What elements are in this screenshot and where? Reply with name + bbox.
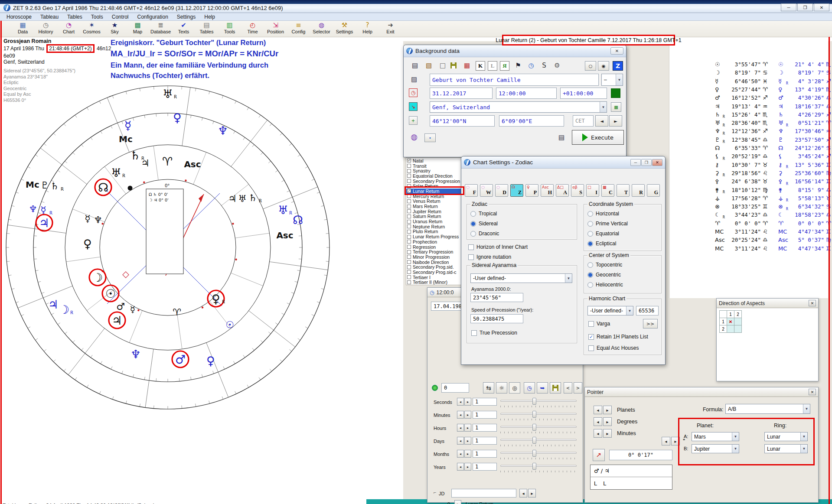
- menu-item-tables[interactable]: Tables: [63, 13, 86, 20]
- menu-item-configuration[interactable]: Configuration: [133, 13, 172, 20]
- settings-tab-i[interactable]: □I: [586, 184, 599, 197]
- horizon-checkbox[interactable]: Horizon of Inner Chart: [468, 244, 528, 250]
- footer-spinner-icon[interactable]: ▸: [454, 500, 461, 504]
- settings-tab-c[interactable]: ▦C: [601, 184, 614, 197]
- stepper-slider[interactable]: [500, 424, 577, 432]
- aspect-grid-cell[interactable]: 1: [727, 311, 734, 318]
- retain-1h-checkbox[interactable]: ✓Retain 1H Planets List: [588, 334, 648, 340]
- gear-icon[interactable]: ⚙: [552, 61, 562, 70]
- chart-type-neptune-return[interactable]: Neptune Return: [406, 224, 463, 229]
- clock-mode-icon[interactable]: ◷: [526, 61, 536, 70]
- ayanamsa-combo[interactable]: -User defined-▼: [470, 273, 572, 283]
- stepper-down-icon[interactable]: ◂: [457, 424, 464, 432]
- chart-type-synastry[interactable]: Synastry: [406, 168, 463, 173]
- jd-forward-icon[interactable]: ▸: [528, 489, 536, 497]
- checkbox-icon[interactable]: [407, 240, 411, 244]
- pointer-titlebar[interactable]: Pointer ✕: [585, 387, 818, 397]
- minimize-button[interactable]: ─: [781, 3, 796, 11]
- stepper-value-field[interactable]: 1: [473, 411, 497, 419]
- chart-type-tertiaer-i[interactable]: Tertiaer I: [406, 275, 463, 280]
- chart-type-tertiaer-ii-minor-[interactable]: Tertiaer II (Minor): [406, 280, 463, 285]
- aspect-grid-cell[interactable]: [720, 311, 727, 318]
- background-data-titlebar[interactable]: Background data ✕: [404, 45, 626, 57]
- radio-prime-vertical[interactable]: Prime Vertical: [587, 221, 628, 227]
- radio-ecliptical[interactable]: Ecliptical: [587, 241, 616, 247]
- stepper-down-icon[interactable]: ◂: [457, 411, 464, 419]
- flag-icon[interactable]: ⚑: [513, 61, 523, 70]
- radio-geocentric[interactable]: Geocentric: [587, 272, 621, 278]
- timezone-field[interactable]: CET: [573, 115, 594, 127]
- time-field[interactable]: 12:00:00: [496, 88, 557, 99]
- dialog-close-icon[interactable]: ✕: [652, 159, 662, 166]
- aspect-grid-cell[interactable]: [734, 325, 742, 333]
- checkbox-icon[interactable]: [407, 230, 411, 234]
- chart-type-saturn-return[interactable]: Saturn Return: [406, 214, 463, 219]
- checkbox-icon[interactable]: [407, 174, 411, 178]
- radio-tropical[interactable]: Tropical: [470, 211, 497, 217]
- stepper-value-field[interactable]: 1: [473, 437, 497, 445]
- ring-b-combo[interactable]: Lunar▼: [764, 444, 808, 453]
- toolbar-button-time[interactable]: ◴Time: [241, 21, 264, 37]
- dialog-maximize-icon[interactable]: ❐: [641, 159, 652, 166]
- stepper-slider[interactable]: [500, 450, 577, 458]
- pointer-degrees-next-icon[interactable]: ▸: [603, 417, 612, 426]
- radio-sidereal[interactable]: Sidereal: [470, 221, 498, 227]
- radio-filled-icon[interactable]: ◉: [598, 61, 609, 71]
- checkbox-icon[interactable]: [407, 209, 411, 213]
- stepper-down-icon[interactable]: ◂: [457, 437, 464, 445]
- copy-data-icon[interactable]: ▤: [556, 133, 567, 142]
- longitude-field[interactable]: 6°09'00"E: [499, 115, 564, 127]
- checkbox-icon[interactable]: [407, 179, 411, 183]
- toolbar-button-texts[interactable]: ✔Texts: [172, 21, 195, 37]
- chart-settings-titlebar[interactable]: Chart Settings - Zodiac ─ ❐ ✕: [461, 156, 665, 169]
- toolbar-button-history[interactable]: ◷History: [34, 21, 57, 37]
- chart-type-tertiary-progression[interactable]: Tertiary Progression: [406, 249, 463, 254]
- utc-offset-field[interactable]: +01:00:00: [560, 88, 607, 99]
- checkbox-icon[interactable]: [407, 275, 411, 279]
- settings-tab-d[interactable]: ◌D: [495, 184, 508, 197]
- toolbar-button-sky[interactable]: ★Sky: [103, 21, 126, 37]
- checkbox-icon[interactable]: [407, 169, 411, 173]
- radio-empty-icon[interactable]: ○: [585, 61, 596, 71]
- menu-item-control[interactable]: Control: [108, 13, 133, 20]
- formula-combo[interactable]: A/B▼: [725, 404, 810, 414]
- latitude-field[interactable]: 46°12'00"N: [430, 115, 495, 127]
- checkbox-icon[interactable]: [407, 220, 411, 224]
- aspect-grid-cell[interactable]: ✕: [727, 318, 734, 325]
- stepper-down-icon[interactable]: ◂: [457, 450, 464, 458]
- chart-type-equatorial-direction[interactable]: Equatorial Direction: [406, 173, 463, 179]
- stepper-up-icon[interactable]: ▸: [464, 437, 471, 445]
- date-field[interactable]: 31.12.2017: [430, 88, 493, 99]
- settings-tab-f[interactable]: ◌F: [465, 184, 478, 197]
- toolbar-button-database[interactable]: ≣Database: [149, 21, 172, 37]
- toolbar-button-position[interactable]: ⇲Position: [264, 21, 287, 37]
- step-back-icon[interactable]: <: [564, 382, 572, 393]
- checkbox-icon[interactable]: [407, 245, 411, 249]
- speed-value-field[interactable]: 50.2388475: [470, 314, 523, 323]
- settings-tab-w[interactable]: ◌W: [480, 184, 493, 197]
- settings-tab-h[interactable]: AscH: [541, 184, 554, 197]
- radio-horizontal[interactable]: Horizontal: [587, 211, 619, 217]
- stepper-value-field[interactable]: 1: [473, 424, 497, 432]
- stepper-slider[interactable]: [500, 437, 577, 445]
- chart-type-secondary-progression[interactable]: Secondary Progression: [406, 179, 463, 184]
- execute-button[interactable]: Execute: [572, 130, 624, 145]
- menu-item-tools[interactable]: Tools: [87, 13, 107, 20]
- menu-item-help[interactable]: Help: [200, 13, 219, 20]
- cyrillic-ya-icon[interactable]: Я: [500, 61, 509, 71]
- paste-icon[interactable]: ▧: [424, 61, 434, 70]
- pointer-close-icon[interactable]: ✕: [809, 389, 816, 395]
- varga-checkbox[interactable]: Varga: [588, 321, 610, 327]
- prev-arrow-icon[interactable]: ◄: [595, 115, 608, 127]
- stepper-up-icon[interactable]: ▸: [464, 450, 471, 458]
- checkbox-icon[interactable]: [407, 205, 411, 208]
- chart-type-regression[interactable]: Regression: [406, 244, 463, 250]
- atlas-icon[interactable]: ▩: [611, 102, 621, 112]
- pointer-planets-next-icon[interactable]: ▸: [603, 406, 612, 414]
- toolbar-button-cosmos[interactable]: ✶Cosmos: [80, 21, 103, 37]
- coords-icon[interactable]: +: [409, 116, 418, 125]
- chart-type-minor-progression[interactable]: Minor Progression: [406, 254, 463, 260]
- stepper-up-icon[interactable]: ▸: [464, 424, 471, 432]
- place-combo[interactable]: Genf, Switzerland▼: [430, 101, 607, 113]
- minutes-extra-back-icon[interactable]: ◂: [662, 437, 670, 445]
